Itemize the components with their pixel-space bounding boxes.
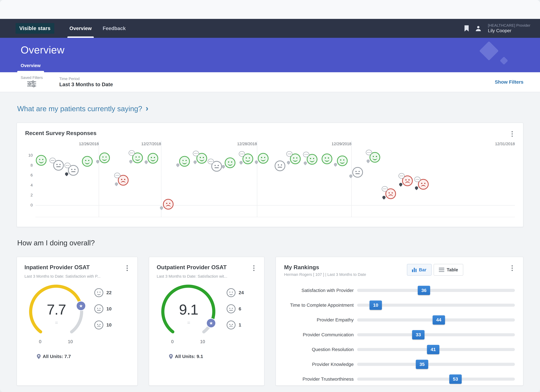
y-tick-2: 2 (30, 193, 33, 197)
patients-saying-text: What are my patients currently saying? (17, 105, 142, 113)
unit-pin-icon (144, 160, 148, 164)
survey-response-sad-face[interactable] (163, 199, 174, 210)
date-label: 12/27/2018 (141, 142, 161, 146)
page-title: Overview (21, 44, 540, 56)
survey-response-neutral-face[interactable] (53, 160, 64, 171)
time-period-filter[interactable]: Time Period Last 3 Months to Date (59, 77, 113, 88)
tab-overview-sub[interactable]: Overview (21, 63, 40, 72)
gauge-max-label: 10 (200, 339, 205, 344)
survey-response-neutral-face[interactable] (211, 161, 222, 172)
survey-response-sad-face[interactable] (118, 175, 129, 186)
comment-bubble-icon (382, 186, 388, 192)
nav-tab-feedback[interactable]: Feedback (97, 19, 131, 38)
unit-pin-icon (254, 160, 259, 164)
sliders-icon[interactable] (26, 80, 38, 87)
survey-response-neutral-face[interactable] (352, 167, 363, 178)
unit-pin-icon (333, 162, 338, 167)
saved-filters[interactable]: Saved Filters (21, 75, 43, 88)
ranking-track: 44 (357, 318, 515, 322)
comment-bubble-icon (414, 176, 420, 182)
rankings-view-toggle: BarTable (407, 264, 463, 276)
survey-response-happy-face[interactable] (322, 153, 332, 164)
survey-response-happy-face[interactable] (196, 153, 207, 164)
sad-count-row: 10 (94, 321, 112, 329)
survey-card-title: Recent Survey Responses (25, 130, 96, 136)
survey-response-happy-face[interactable] (36, 155, 46, 166)
survey-card-menu-icon[interactable] (510, 130, 515, 138)
ranking-value-badge: 10 (370, 300, 382, 310)
unit-pin-icon (193, 160, 197, 164)
star-badge-icon: ★ (77, 302, 85, 310)
ranking-row: Question Resolution41 (284, 342, 515, 357)
app-logo[interactable]: Visible stars (15, 23, 54, 34)
table-icon (439, 268, 444, 272)
date-label: 12/29/2018 (331, 142, 351, 146)
ranking-value-badge: 33 (412, 330, 425, 339)
happy-count: 22 (106, 290, 112, 295)
user-info[interactable]: [HEALTHCARE] Provider Lily Cooper (488, 23, 530, 34)
neutral-count: 10 (106, 306, 112, 312)
comment-bubble-icon (239, 151, 245, 157)
y-tick-8: 8 (30, 163, 33, 167)
patients-saying-link[interactable]: What are my patients currently saying? › (17, 105, 523, 113)
ranking-value-badge: 53 (449, 374, 462, 384)
show-filters-link[interactable]: Show Filters (495, 79, 523, 85)
survey-response-happy-face[interactable] (82, 156, 93, 167)
toggle-table-button[interactable]: Table (434, 264, 463, 276)
toggle-bar-button[interactable]: Bar (407, 264, 432, 276)
survey-response-happy-face[interactable] (179, 156, 190, 167)
survey-response-happy-face[interactable] (258, 153, 269, 164)
ranking-track: 35 (357, 363, 515, 366)
survey-response-happy-face[interactable] (337, 156, 348, 166)
overall-cards-row: Inpatient Provider OSATLast 3 Months to … (17, 257, 523, 386)
chevron-right-icon: › (145, 104, 148, 113)
ranking-label: Provider Knowledge (284, 362, 357, 367)
survey-response-neutral-face[interactable] (68, 165, 79, 176)
osat-gauge: 7.7=010★ (25, 281, 88, 345)
bar-chart-icon (412, 267, 416, 272)
survey-response-happy-face[interactable] (132, 152, 143, 163)
survey-response-sad-face[interactable] (385, 188, 396, 199)
osat-gauge: 9.1=010★ (157, 281, 220, 345)
osat-card-subtitle: Last 3 Months to Date: Satisfaction with… (25, 274, 130, 279)
all-units-label: All Units: 9.1 (175, 354, 203, 359)
user-role: [HEALTHCARE] Provider (488, 23, 530, 28)
survey-response-neutral-face[interactable] (275, 161, 285, 171)
happy-count-row: 24 (227, 288, 244, 297)
ranking-label: Time to Complete Appointment (284, 303, 357, 308)
osat-score-value: 9.1 (157, 301, 220, 318)
unit-pin-icon (95, 159, 100, 164)
zero-gridline (35, 205, 515, 206)
y-tick-10: 10 (28, 153, 33, 157)
ranking-label: Provider Communication (284, 332, 357, 338)
comment-bubble-icon (286, 151, 292, 157)
survey-response-happy-face[interactable] (99, 152, 110, 163)
survey-response-happy-face[interactable] (290, 153, 301, 164)
rankings-menu-icon[interactable] (510, 264, 515, 272)
ranking-value-badge: 35 (416, 360, 428, 369)
rankings-rows: Satisfaction with Provider36Time to Comp… (284, 283, 515, 386)
survey-response-happy-face[interactable] (148, 153, 158, 164)
user-icon[interactable] (475, 25, 482, 32)
osat-card-menu-icon[interactable] (251, 264, 256, 272)
gauge-min-label: 0 (39, 339, 41, 344)
survey-response-happy-face[interactable] (307, 154, 317, 165)
survey-response-happy-face[interactable] (243, 153, 253, 164)
bookmark-icon[interactable] (463, 25, 470, 32)
comment-bubble-icon (399, 173, 405, 179)
survey-response-sad-face[interactable] (418, 179, 429, 190)
date-label: 12/31/2018 (495, 142, 515, 146)
survey-response-happy-face[interactable] (370, 152, 380, 163)
survey-response-happy-face[interactable] (225, 157, 235, 168)
rankings-title: My Rankings (284, 264, 366, 270)
y-tick-6: 6 (30, 173, 33, 177)
osat-card-menu-icon[interactable] (125, 264, 130, 272)
nav-tab-overview[interactable]: Overview (64, 19, 97, 38)
gauge-max-label: 10 (68, 339, 73, 344)
survey-response-sad-face[interactable] (402, 176, 413, 186)
neutral-count: 6 (239, 306, 241, 312)
y-tick-0: 0 (30, 203, 33, 207)
window-top-strip (0, 0, 540, 19)
date-label: 12/26/2018 (79, 142, 99, 146)
survey-chart: 1086420 12/26/201812/27/201812/28/201812… (25, 141, 515, 217)
